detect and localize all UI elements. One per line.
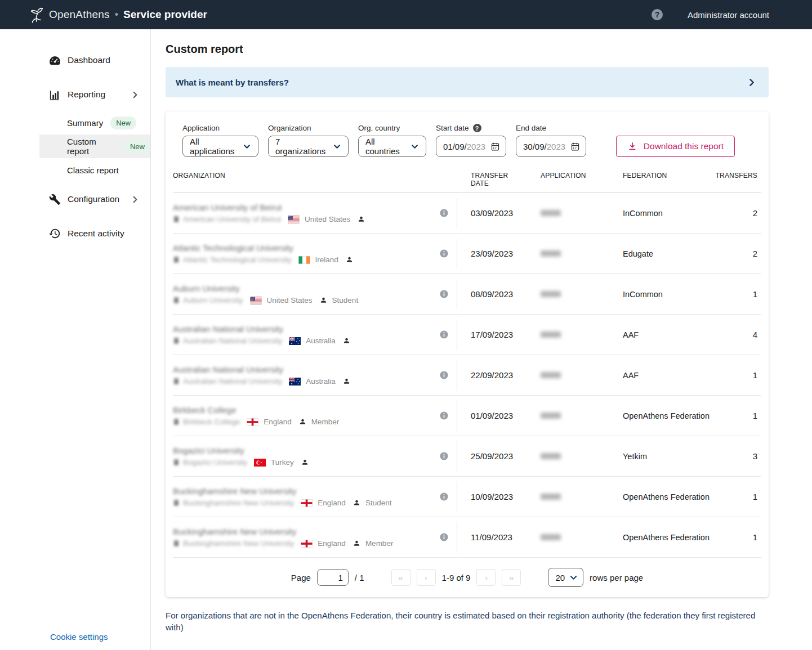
application-filter-select[interactable]: All applications <box>182 136 258 157</box>
chevron-down-icon <box>333 142 341 151</box>
calendar-icon[interactable] <box>570 142 580 151</box>
download-icon <box>627 141 637 151</box>
calendar-icon[interactable] <box>490 142 500 151</box>
ie-flag-icon <box>298 256 310 264</box>
transfer-date: 17/09/2023 <box>457 330 527 339</box>
col-organization: ORGANIZATION <box>173 172 431 187</box>
transfers-count: 1 <box>710 370 761 380</box>
first-page-button[interactable]: « <box>391 569 411 586</box>
org-name: Birkbeck College <box>173 405 431 415</box>
new-badge: New <box>110 116 136 129</box>
sidebar-item-configuration[interactable]: Configuration <box>0 186 150 213</box>
country-filter-select[interactable]: All countries <box>358 136 426 157</box>
banner-question: What is meant by transfers? <box>176 78 289 87</box>
sidebar-item-dashboard[interactable]: Dashboard <box>0 47 150 74</box>
person-icon <box>353 540 360 547</box>
org-country: United States <box>267 296 313 304</box>
sidebar-item-reporting[interactable]: Reporting <box>0 81 150 108</box>
country-filter-value: All countries <box>365 137 405 156</box>
application-redacted <box>541 210 561 216</box>
table-row: Buckinghamshire New University Buckingha… <box>173 517 761 558</box>
help-icon[interactable]: ? <box>652 9 663 20</box>
download-report-button[interactable]: Download this report <box>616 136 735 157</box>
building-icon <box>173 499 180 506</box>
brand-separator: • <box>115 9 118 21</box>
rows-per-page-select[interactable]: 20 <box>548 568 583 587</box>
person-icon <box>320 297 327 304</box>
info-icon[interactable] <box>439 492 449 501</box>
info-icon[interactable] <box>439 451 449 461</box>
sidebar-item-custom-report[interactable]: Custom report New <box>39 135 150 158</box>
next-page-button[interactable]: › <box>476 569 496 586</box>
info-icon[interactable] <box>439 208 449 218</box>
application-redacted <box>541 372 561 378</box>
application-redacted <box>541 494 561 500</box>
org-subname-redacted: Buckinghamshire New University <box>173 499 294 507</box>
org-subname-redacted: Australian National University <box>173 337 282 345</box>
new-badge: New <box>124 140 150 153</box>
info-icon[interactable] <box>439 330 449 339</box>
previous-page-button[interactable]: ‹ <box>417 569 436 586</box>
transfers-info-banner[interactable]: What is meant by transfers? <box>166 67 769 97</box>
start-date-help-icon[interactable]: ? <box>473 124 481 132</box>
transfers-count: 1 <box>710 289 761 299</box>
organization-filter-select[interactable]: 7 organizations <box>268 136 349 157</box>
transfer-date: 11/09/2023 <box>457 532 527 542</box>
building-icon <box>173 540 180 547</box>
page-label: Page <box>291 573 311 582</box>
org-subname: Australian National University <box>183 377 282 385</box>
transfer-date: 25/09/2023 <box>457 451 527 461</box>
start-date-input[interactable]: 01/09/2023 <box>436 136 506 157</box>
account-menu[interactable]: Administrator account <box>688 10 769 20</box>
england-flag-icon <box>301 540 313 548</box>
chevron-right-icon <box>131 195 139 204</box>
end-date-input[interactable]: 30/09/2023 <box>516 136 586 157</box>
sidebar-item-classic-report[interactable]: Classic report <box>39 158 150 182</box>
start-date-value: 01/09/2023 <box>443 142 485 151</box>
col-federation: FEDERATION <box>609 172 710 187</box>
cookie-settings-link[interactable]: Cookie settings <box>50 632 108 642</box>
top-header: OpenAthens • Service provider ? Administ… <box>0 0 812 29</box>
org-name: Australian National University <box>173 324 431 334</box>
table-body: American University of Beirut American U… <box>173 193 761 558</box>
org-subname: Birkbeck College <box>183 418 240 426</box>
org-subname-redacted: Bogazici University <box>173 458 247 467</box>
person-icon <box>353 499 360 506</box>
transfer-date: 23/09/2023 <box>457 249 527 258</box>
info-icon[interactable] <box>439 289 449 299</box>
application-filter-label: Application <box>182 124 258 132</box>
org-name: Bogazici University <box>173 446 431 455</box>
org-country: Ireland <box>315 255 338 264</box>
col-transfers: TRANSFERS <box>710 172 761 187</box>
download-report-label: Download this report <box>644 141 724 151</box>
rows-range: 1-9 of 9 <box>442 573 471 582</box>
building-icon <box>173 216 180 223</box>
end-date-value: 30/09/2023 <box>523 142 565 151</box>
sidebar-item-label: Dashboard <box>68 55 110 65</box>
table-row: American University of Beirut American U… <box>173 193 761 234</box>
building-icon <box>173 418 180 425</box>
dashboard-icon <box>48 54 61 67</box>
info-icon[interactable] <box>439 370 449 380</box>
federation: OpenAthens Federation <box>609 411 710 420</box>
sidebar-item-recent-activity[interactable]: Recent activity <box>0 220 150 247</box>
sidebar-item-label: Custom report <box>67 137 117 156</box>
info-icon[interactable] <box>439 249 449 258</box>
page-number-input[interactable] <box>317 569 349 586</box>
country-filter-label: Org. country <box>358 124 426 132</box>
bar-chart-icon <box>48 88 61 101</box>
col-transfer-date: TRANSFER DATE <box>457 172 527 187</box>
org-subname: Buckinghamshire New University <box>183 499 294 507</box>
sidebar-item-summary[interactable]: Summary New <box>39 111 150 135</box>
transfers-count: 2 <box>710 208 761 218</box>
federation: Edugate <box>609 249 710 258</box>
last-page-button[interactable]: » <box>502 569 521 586</box>
au-flag-icon <box>289 378 301 385</box>
transfer-date: 22/09/2023 <box>457 370 527 380</box>
info-icon[interactable] <box>439 411 449 420</box>
org-country: England <box>318 539 346 548</box>
au-flag-icon <box>289 337 301 345</box>
info-icon[interactable] <box>439 532 449 542</box>
transfers-count: 1 <box>710 492 761 501</box>
application-redacted <box>541 534 561 540</box>
